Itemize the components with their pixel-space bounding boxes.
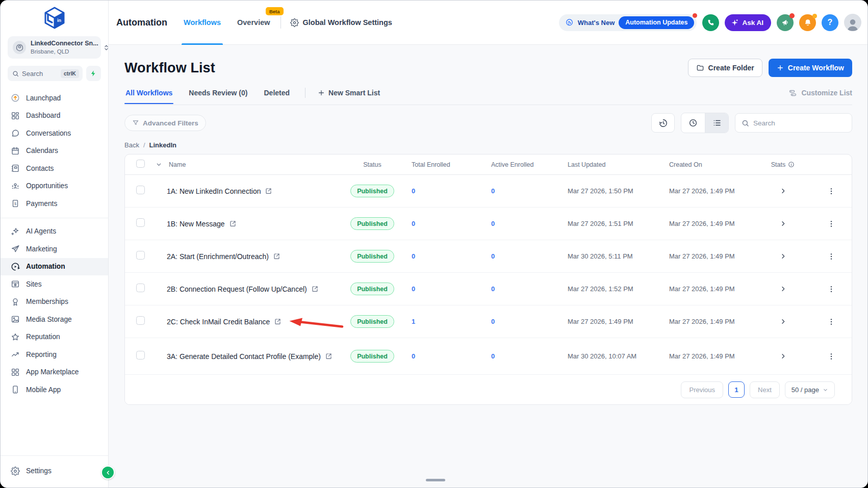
- enrollment-history-button[interactable]: [651, 113, 675, 133]
- ask-ai-button[interactable]: Ask AI: [725, 14, 771, 31]
- app-logo[interactable]: in: [42, 6, 67, 30]
- sidebar-collapse-button[interactable]: [101, 466, 115, 479]
- sidebar-search[interactable]: ctrlK: [8, 66, 83, 81]
- total-enrolled-value[interactable]: 0: [400, 220, 477, 227]
- tab-workflows[interactable]: Workflows: [182, 1, 223, 44]
- active-enrolled-value[interactable]: 0: [477, 285, 558, 293]
- sidebar-item-automation[interactable]: Automation: [1, 258, 108, 276]
- view-toggle: [681, 113, 729, 133]
- sidebar-item-media-storage[interactable]: Media Storage: [1, 311, 108, 328]
- account-switcher[interactable]: LinkedConnector Sn... Brisbane, QLD: [8, 36, 101, 59]
- total-enrolled-value[interactable]: 1: [400, 318, 477, 325]
- sidebar-item-launchpad[interactable]: Launchpad: [1, 89, 108, 107]
- list-search[interactable]: [735, 113, 852, 133]
- kebab-menu-icon[interactable]: [808, 285, 852, 293]
- global-workflow-settings-link[interactable]: Global Workflow Settings: [290, 1, 392, 44]
- create-folder-button[interactable]: Create Folder: [688, 59, 762, 77]
- window-resize-handle[interactable]: [426, 479, 445, 481]
- kebab-menu-icon[interactable]: [808, 187, 852, 195]
- sidebar-item-contacts[interactable]: Contacts: [1, 160, 108, 177]
- kebab-menu-icon[interactable]: [808, 220, 852, 228]
- total-enrolled-value[interactable]: 0: [400, 252, 477, 260]
- sidebar-item-marketing[interactable]: Marketing: [1, 240, 108, 258]
- external-link-icon[interactable]: [311, 285, 319, 293]
- external-link-icon[interactable]: [229, 220, 237, 227]
- chevron-right-icon[interactable]: [779, 252, 787, 260]
- sidebar-item-mobile-app[interactable]: Mobile App: [1, 381, 108, 399]
- kebab-menu-icon[interactable]: [808, 252, 852, 261]
- chevron-down-icon[interactable]: [156, 161, 162, 168]
- row-checkbox[interactable]: [136, 316, 145, 325]
- sidebar-item-dashboard[interactable]: Dashboard: [1, 107, 108, 125]
- row-checkbox[interactable]: [136, 218, 145, 227]
- sidebar-item-sites[interactable]: Sites: [1, 275, 108, 293]
- sidebar-item-reputation[interactable]: Reputation: [1, 328, 108, 346]
- phone-button[interactable]: [702, 14, 719, 31]
- chevron-right-icon[interactable]: [779, 220, 787, 227]
- row-checkbox[interactable]: [136, 284, 145, 292]
- whats-new-button[interactable]: What's New Automation Updates: [559, 14, 697, 31]
- page-number-button[interactable]: 1: [728, 381, 745, 398]
- workflow-name[interactable]: 1B: New Message: [167, 220, 225, 228]
- select-all-checkbox[interactable]: [136, 160, 145, 168]
- total-enrolled-value[interactable]: 0: [400, 187, 477, 195]
- total-enrolled-value[interactable]: 0: [400, 285, 477, 293]
- external-link-icon[interactable]: [265, 187, 272, 195]
- active-enrolled-value[interactable]: 0: [477, 220, 558, 227]
- workflow-name[interactable]: 2C: Check InMail Credit Balance: [167, 318, 270, 326]
- row-checkbox[interactable]: [136, 186, 145, 194]
- previous-page-button[interactable]: Previous: [681, 381, 723, 398]
- customize-list-button[interactable]: Customize List: [788, 89, 852, 104]
- workflow-name[interactable]: 2A: Start (Enrichment/Outreach): [167, 252, 269, 261]
- sidebar-item-opportunities[interactable]: Opportunities: [1, 177, 108, 195]
- help-button[interactable]: ?: [822, 14, 838, 31]
- row-checkbox[interactable]: [136, 251, 145, 260]
- tab-all-workflows[interactable]: All Workflows: [124, 89, 173, 104]
- sidebar-item-calendars[interactable]: Calendars: [1, 142, 108, 160]
- active-enrolled-value[interactable]: 0: [477, 187, 558, 195]
- kebab-menu-icon[interactable]: [808, 352, 852, 361]
- external-link-icon[interactable]: [325, 352, 333, 360]
- breadcrumb-back[interactable]: Back: [124, 141, 139, 149]
- chevron-right-icon[interactable]: [779, 318, 787, 325]
- tab-overview[interactable]: Overview Beta: [235, 1, 272, 44]
- next-page-button[interactable]: Next: [750, 381, 780, 398]
- list-search-input[interactable]: [753, 119, 846, 127]
- chevron-right-icon[interactable]: [779, 187, 787, 195]
- list-view-button[interactable]: [705, 113, 728, 133]
- chevron-right-icon[interactable]: [779, 352, 787, 360]
- info-icon[interactable]: [788, 161, 795, 168]
- quick-actions-button[interactable]: [86, 66, 101, 81]
- sidebar-item-memberships[interactable]: Memberships: [1, 293, 108, 311]
- sidebar-item-conversations[interactable]: Conversations: [1, 124, 108, 142]
- sidebar-item-payments[interactable]: $ Payments: [1, 195, 108, 213]
- automation-updates-pill[interactable]: Automation Updates: [619, 16, 694, 29]
- active-enrolled-value[interactable]: 0: [477, 252, 558, 260]
- announcements-button[interactable]: [777, 14, 794, 31]
- sidebar-item-reporting[interactable]: Reporting: [1, 346, 108, 364]
- sidebar-search-input[interactable]: [22, 70, 58, 78]
- page-size-select[interactable]: 50 / page: [785, 381, 835, 398]
- row-checkbox[interactable]: [136, 351, 145, 359]
- time-view-button[interactable]: [681, 113, 705, 133]
- advanced-filters-button[interactable]: Advanced Filters: [124, 115, 206, 131]
- kebab-menu-icon[interactable]: [808, 318, 852, 326]
- user-avatar[interactable]: [844, 14, 861, 31]
- new-smart-list-button[interactable]: New Smart List: [318, 89, 380, 104]
- create-workflow-button[interactable]: Create Workflow: [769, 59, 852, 77]
- sidebar-item-ai-agents[interactable]: AI Agents: [1, 223, 108, 241]
- external-link-icon[interactable]: [274, 318, 282, 325]
- external-link-icon[interactable]: [273, 252, 280, 260]
- sidebar-item-app-marketplace[interactable]: App Marketplace: [1, 364, 108, 381]
- tab-deleted[interactable]: Deleted: [263, 89, 291, 104]
- workflow-name[interactable]: 3A: Generate Detailed Contact Profile (E…: [167, 352, 321, 361]
- active-enrolled-value[interactable]: 0: [477, 318, 558, 325]
- total-enrolled-value[interactable]: 0: [400, 352, 477, 360]
- active-enrolled-value[interactable]: 0: [477, 352, 558, 360]
- chevron-right-icon[interactable]: [779, 285, 787, 293]
- sidebar-item-settings[interactable]: Settings: [1, 463, 108, 480]
- notifications-button[interactable]: [799, 14, 816, 31]
- workflow-name[interactable]: 2B: Connection Request (Follow Up/Cancel…: [167, 285, 307, 293]
- workflow-name[interactable]: 1A: New LinkedIn Connection: [167, 187, 261, 195]
- tab-needs-review[interactable]: Needs Review (0): [188, 89, 248, 104]
